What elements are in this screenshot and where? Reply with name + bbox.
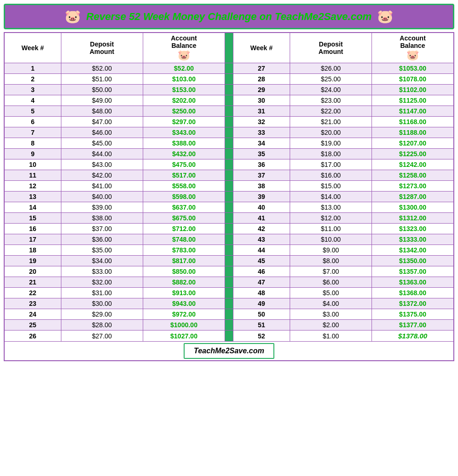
balance-right: $1300.00 (372, 202, 454, 213)
week-num-right: 47 (233, 277, 290, 288)
row-divider (225, 181, 233, 192)
balance-left: $598.00 (143, 192, 225, 202)
week-num-right: 27 (233, 63, 290, 74)
week-num-right: 45 (233, 256, 290, 266)
balance-right: $1312.00 (372, 213, 454, 224)
balance-right: $1053.00 (372, 63, 454, 74)
week-num-left: 18 (4, 245, 61, 256)
week-num-right: 43 (233, 234, 290, 245)
week-num-right: 44 (233, 245, 290, 256)
deposit-right: $5.00 (290, 288, 372, 298)
deposit-left: $41.00 (61, 181, 143, 192)
week-num-right: 34 (233, 138, 290, 149)
balance-left: $943.00 (143, 298, 225, 309)
balance-right: $1102.00 (372, 85, 454, 95)
deposit-right: $10.00 (290, 234, 372, 245)
deposit-right: $16.00 (290, 170, 372, 181)
table-row: 9$44.00$432.0035$18.00$1225.00 (4, 149, 454, 159)
table-row: 26$27.00$1027.0052$1.00$1378.00 (4, 331, 454, 342)
deposit-right: $19.00 (290, 138, 372, 149)
week-num-right: 48 (233, 288, 290, 298)
deposit-right: $23.00 (290, 95, 372, 106)
deposit-right: $8.00 (290, 256, 372, 266)
week-num-left: 15 (4, 213, 61, 224)
table-row: 23$30.00$943.0049$4.00$1372.00 (4, 298, 454, 309)
balance-right: $1147.00 (372, 106, 454, 117)
table-row: 18$35.00$783.0044$9.00$1342.00 (4, 245, 454, 256)
deposit-right: $13.00 (290, 202, 372, 213)
balance-right: $1225.00 (372, 149, 454, 159)
deposit-left: $31.00 (61, 288, 143, 298)
col-divider (225, 33, 233, 63)
week-num-left: 25 (4, 320, 61, 331)
week-num-left: 14 (4, 202, 61, 213)
deposit-left: $45.00 (61, 138, 143, 149)
col-balance-left: AccountBalance🐷 (143, 33, 225, 63)
week-num-right: 28 (233, 74, 290, 85)
week-num-right: 46 (233, 266, 290, 277)
table-row: 4$49.00$202.0030$23.00$1125.00 (4, 95, 454, 106)
deposit-right: $9.00 (290, 245, 372, 256)
week-num-right: 40 (233, 202, 290, 213)
balance-left: $637.00 (143, 202, 225, 213)
row-divider (225, 127, 233, 138)
week-num-left: 20 (4, 266, 61, 277)
table-row: 14$39.00$637.0040$13.00$1300.00 (4, 202, 454, 213)
table-row: 15$38.00$675.0041$12.00$1312.00 (4, 213, 454, 224)
row-divider (225, 63, 233, 74)
balance-left: $712.00 (143, 224, 225, 234)
table-row: 22$31.00$913.0048$5.00$1368.00 (4, 288, 454, 298)
row-divider (225, 192, 233, 202)
row-divider (225, 117, 233, 127)
col-deposit-left: DepositAmount (61, 33, 143, 63)
balance-right: $1287.00 (372, 192, 454, 202)
col-deposit-right: DepositAmount (290, 33, 372, 63)
deposit-left: $38.00 (61, 213, 143, 224)
table-row: 19$34.00$817.0045$8.00$1350.00 (4, 256, 454, 266)
table-row: 10$43.00$475.0036$17.00$1242.00 (4, 159, 454, 170)
row-divider (225, 234, 233, 245)
week-num-right: 50 (233, 309, 290, 320)
row-divider (225, 245, 233, 256)
balance-right: $1378.00 (372, 331, 454, 342)
table-row: 1$52.00$52.0027$26.00$1053.00 (4, 63, 454, 74)
balance-right: $1368.00 (372, 288, 454, 298)
deposit-right: $6.00 (290, 277, 372, 288)
table-row: 13$40.00$598.0039$14.00$1287.00 (4, 192, 454, 202)
deposit-right: $14.00 (290, 192, 372, 202)
balance-right: $1363.00 (372, 277, 454, 288)
deposit-left: $27.00 (61, 331, 143, 342)
week-num-left: 2 (4, 74, 61, 85)
deposit-left: $37.00 (61, 224, 143, 234)
deposit-right: $4.00 (290, 298, 372, 309)
week-num-right: 49 (233, 298, 290, 309)
balance-left: $972.00 (143, 309, 225, 320)
balance-left: $343.00 (143, 127, 225, 138)
deposit-right: $22.00 (290, 106, 372, 117)
table-row: 8$45.00$388.0034$19.00$1207.00 (4, 138, 454, 149)
balance-right: $1342.00 (372, 245, 454, 256)
week-num-right: 38 (233, 181, 290, 192)
balance-right: $1372.00 (372, 298, 454, 309)
week-num-left: 17 (4, 234, 61, 245)
deposit-right: $12.00 (290, 213, 372, 224)
page-wrapper: 🐷 Reverse 52 Week Money Challenge on Tea… (0, 0, 458, 365)
table-row: 7$46.00$343.0033$20.00$1188.00 (4, 127, 454, 138)
balance-left: $783.00 (143, 245, 225, 256)
row-divider (225, 298, 233, 309)
row-divider (225, 159, 233, 170)
footer-label: TeachMe2Save.com (184, 343, 274, 359)
balance-left: $817.00 (143, 256, 225, 266)
week-num-left: 7 (4, 127, 61, 138)
week-num-left: 11 (4, 170, 61, 181)
week-num-right: 52 (233, 331, 290, 342)
week-num-right: 31 (233, 106, 290, 117)
row-divider (225, 95, 233, 106)
week-num-right: 37 (233, 170, 290, 181)
balance-left: $913.00 (143, 288, 225, 298)
week-num-right: 41 (233, 213, 290, 224)
row-divider (225, 170, 233, 181)
deposit-left: $50.00 (61, 85, 143, 95)
deposit-left: $43.00 (61, 159, 143, 170)
week-num-left: 5 (4, 106, 61, 117)
